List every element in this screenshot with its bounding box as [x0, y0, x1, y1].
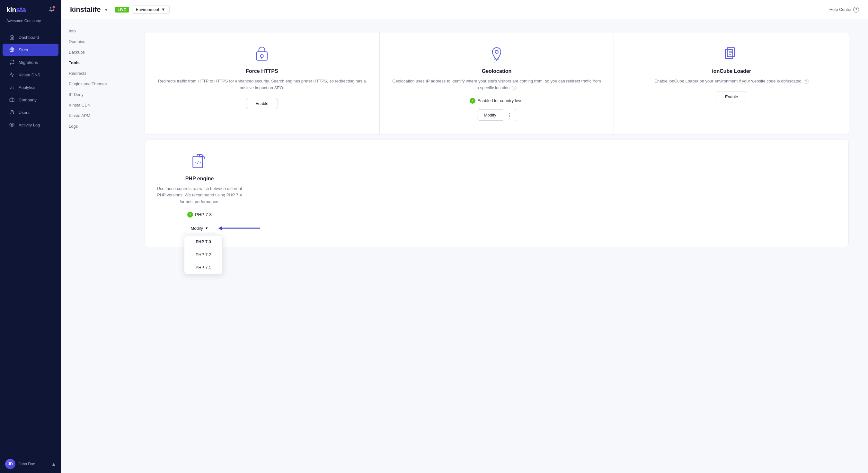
- top-header: kinstalife ▼ LIVE Environment ▼ Help Cen…: [61, 0, 868, 19]
- side-nav-item-backups[interactable]: Backups: [61, 47, 125, 58]
- force-https-icon: [253, 45, 271, 63]
- force-https-enable-button[interactable]: Enable: [246, 98, 278, 109]
- help-center[interactable]: Help Center ?: [830, 7, 859, 12]
- svg-point-9: [11, 124, 12, 126]
- geolocation-more-button[interactable]: ⋮: [503, 109, 516, 121]
- site-title-chevron[interactable]: ▼: [104, 7, 108, 12]
- php-version-dropdown[interactable]: PHP 7.3 PHP 7.2 PHP 7.1: [184, 235, 223, 274]
- sidebar: kinsta Awesome Company Dashboard Sites: [0, 0, 61, 473]
- side-nav: Info Domains Backups Tools Redirects Plu…: [61, 19, 125, 473]
- site-title: kinstalife: [70, 5, 100, 14]
- help-icon: ?: [853, 7, 859, 12]
- side-nav-item-ip-deny[interactable]: IP Deny: [61, 89, 125, 100]
- force-https-desc: Redirects traffic from HTTP to HTTPS for…: [156, 78, 368, 92]
- sidebar-item-label: Analytics: [19, 85, 35, 90]
- arrow-line: [222, 228, 260, 229]
- chevron-up-icon[interactable]: ▲: [52, 462, 56, 467]
- sidebar-logo-area: kinsta: [0, 0, 61, 17]
- php-icon: </>: [190, 153, 209, 171]
- chart-icon: [9, 85, 15, 90]
- site-title-row: kinstalife ▼ LIVE Environment ▼: [70, 5, 169, 14]
- dns-icon: [9, 72, 15, 78]
- php-current-version: PHP 7.3: [187, 212, 212, 217]
- tool-card-geolocation: Geolocation Geolocation uses IP address …: [379, 32, 614, 134]
- geolocation-modify-button[interactable]: Modify: [477, 109, 503, 121]
- sidebar-item-sites[interactable]: Sites: [3, 44, 59, 56]
- geolocation-action-group: Modify ⋮: [477, 109, 516, 121]
- side-nav-item-kinsta-cdn[interactable]: Kinsta CDN: [61, 100, 125, 110]
- tool-card-ioncube: ionCube Loader Enable ionCube Loader on …: [614, 32, 849, 134]
- sidebar-nav: Dashboard Sites Migrations Kinsta DNS: [0, 28, 61, 455]
- side-nav-item-domains[interactable]: Domains: [61, 36, 125, 47]
- migrations-icon: [9, 59, 15, 65]
- ioncube-icon: [722, 45, 741, 63]
- sidebar-footer: JD John Doe ▲: [0, 455, 61, 473]
- ioncube-desc: Enable ionCube Loader on your environmen…: [654, 78, 809, 85]
- sidebar-item-label: Kinsta DNS: [19, 72, 40, 77]
- user-plus-icon: [9, 109, 15, 115]
- side-nav-item-logs[interactable]: Logs: [61, 121, 125, 132]
- svg-text:</>: </>: [195, 160, 201, 164]
- page-content: Force HTTPS Redirects traffic from HTTP …: [125, 19, 868, 473]
- geolocation-icon: [488, 45, 506, 63]
- php-option-71[interactable]: PHP 7.1: [184, 261, 222, 274]
- geolocation-title: Geolocation: [482, 68, 512, 74]
- company-row: Awesome Company: [0, 17, 61, 28]
- globe-icon: [9, 47, 15, 53]
- svg-rect-15: [725, 49, 733, 58]
- main-area: kinstalife ▼ LIVE Environment ▼ Help Cen…: [61, 0, 868, 473]
- sidebar-item-label: Activity Log: [19, 123, 40, 127]
- user-info[interactable]: JD John Doe: [5, 459, 35, 469]
- sidebar-item-company[interactable]: Company: [3, 94, 59, 106]
- notification-bell[interactable]: [49, 6, 55, 13]
- php-engine-section: </> PHP engine Use these controls to swi…: [145, 140, 849, 247]
- php-option-72[interactable]: PHP 7.2: [184, 248, 222, 261]
- logo: kinsta: [6, 6, 26, 14]
- user-name: John Doe: [19, 462, 35, 466]
- live-badge: LIVE: [115, 7, 129, 12]
- geolocation-desc: Geolocation uses IP address to identify …: [391, 78, 602, 92]
- tool-card-force-https: Force HTTPS Redirects traffic from HTTP …: [145, 32, 379, 134]
- sidebar-item-migrations[interactable]: Migrations: [3, 56, 59, 68]
- svg-point-13: [495, 50, 498, 53]
- svg-point-6: [11, 110, 12, 112]
- status-green-dot: [470, 98, 475, 104]
- svg-point-11: [260, 55, 264, 58]
- sidebar-item-users[interactable]: Users: [3, 106, 59, 119]
- php-dropdown-wrapper: Modify ▼ PHP 7.3 PHP 7.2 PHP 7.1: [184, 223, 215, 234]
- home-icon: [9, 34, 15, 40]
- sidebar-item-label: Users: [19, 110, 30, 115]
- sidebar-item-label: Migrations: [19, 60, 38, 65]
- sidebar-item-kinsta-dns[interactable]: Kinsta DNS: [3, 69, 59, 81]
- geolocation-status: Enabled for country level: [470, 98, 523, 104]
- ioncube-title: ionCube Loader: [712, 68, 751, 74]
- tools-grid: Force HTTPS Redirects traffic from HTTP …: [145, 32, 849, 134]
- side-nav-item-kinsta-apm[interactable]: Kinsta APM: [61, 110, 125, 121]
- content-area: Info Domains Backups Tools Redirects Plu…: [61, 19, 868, 473]
- ioncube-enable-button[interactable]: Enable: [716, 91, 747, 102]
- php-engine-title: PHP engine: [185, 176, 214, 182]
- svg-rect-5: [10, 99, 14, 102]
- building-icon: [9, 97, 15, 103]
- side-nav-item-info[interactable]: Info: [61, 26, 125, 36]
- side-nav-item-plugins-themes[interactable]: Plugins and Themes: [61, 79, 125, 89]
- side-nav-item-redirects[interactable]: Redirects: [61, 68, 125, 79]
- force-https-title: Force HTTPS: [246, 68, 278, 74]
- php-modify-button[interactable]: Modify ▼: [184, 223, 215, 234]
- sidebar-item-dashboard[interactable]: Dashboard: [3, 31, 59, 43]
- sidebar-item-label: Company: [19, 98, 37, 102]
- avatar: JD: [5, 459, 16, 469]
- notification-dot: [53, 6, 55, 8]
- sidebar-item-activity-log[interactable]: Activity Log: [3, 119, 59, 131]
- sidebar-item-analytics[interactable]: Analytics: [3, 81, 59, 93]
- arrow-annotation: [222, 228, 260, 229]
- environment-selector[interactable]: Environment ▼: [132, 5, 169, 14]
- php-engine-card: </> PHP engine Use these controls to swi…: [145, 140, 254, 247]
- side-nav-item-tools[interactable]: Tools: [61, 58, 125, 68]
- sidebar-item-label: Sites: [19, 47, 28, 52]
- sidebar-item-label: Dashboard: [19, 35, 39, 40]
- chevron-down-icon: ▼: [205, 226, 209, 230]
- company-name: Awesome Company: [6, 19, 41, 23]
- chevron-down-icon: ▼: [161, 7, 165, 12]
- php-option-73[interactable]: PHP 7.3: [184, 236, 222, 248]
